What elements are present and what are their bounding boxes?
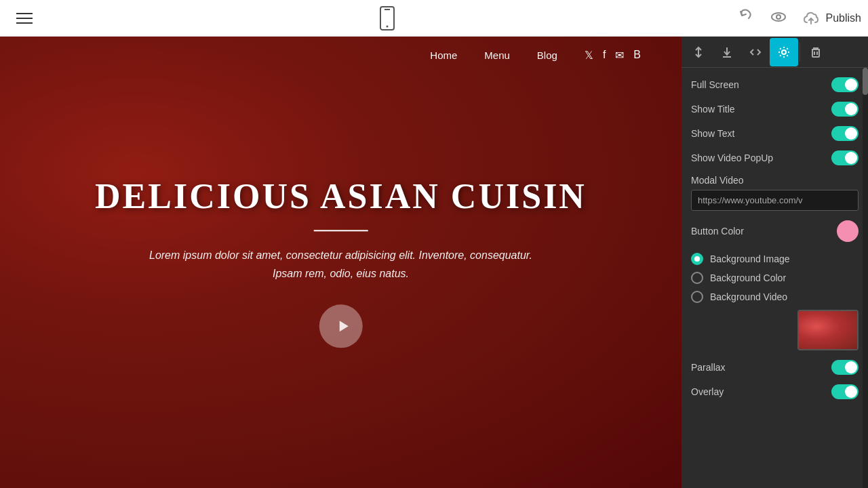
toolbar-separator: [800, 43, 800, 62]
overlay-toggle[interactable]: [831, 384, 859, 399]
bg-image-label: Background Image: [710, 253, 790, 264]
parallax-slider: [831, 360, 859, 375]
svg-marker-6: [340, 321, 349, 332]
svg-point-4: [776, 15, 781, 19]
mobile-preview-icon[interactable]: [378, 6, 397, 30]
bg-color-label: Background Color: [710, 272, 786, 283]
download-tool-button[interactable]: [713, 38, 741, 66]
undo-icon[interactable]: [736, 7, 755, 29]
svg-rect-11: [812, 49, 819, 57]
show-text-slider: [831, 126, 859, 141]
show-text-row: Show Text: [691, 126, 859, 141]
full-screen-label: Full Screen: [691, 79, 739, 90]
code-tool-button[interactable]: [741, 38, 770, 66]
bg-color-row: Background Color: [691, 272, 859, 284]
modal-video-input[interactable]: [691, 190, 859, 211]
show-title-label: Show Title: [691, 104, 735, 115]
bg-image-radio[interactable]: [691, 253, 703, 265]
hero-content: DELICIOUS ASIAN CUISIN Lorem ipsum dolor…: [34, 176, 648, 348]
bg-video-label: Background Video: [710, 291, 787, 302]
settings-tool-button[interactable]: [770, 38, 798, 66]
svg-point-3: [772, 13, 785, 21]
facebook-icon[interactable]: f: [603, 49, 606, 61]
topbar-left: [0, 7, 38, 29]
button-color-swatch[interactable]: [837, 220, 859, 242]
panel-scroll-area[interactable]: Full Screen Show Title Show Text Show: [682, 68, 868, 488]
hero-divider: [314, 230, 368, 231]
overlay-slider: [831, 384, 859, 399]
overlay-row: Overlay: [691, 384, 859, 399]
modal-video-label: Modal Video: [691, 175, 859, 186]
publish-button[interactable]: Publish: [802, 9, 861, 28]
button-color-row: Button Color: [691, 220, 859, 242]
bg-video-row: Background Video: [691, 291, 859, 303]
trash-tool-button[interactable]: [802, 38, 830, 66]
svg-point-10: [782, 50, 786, 54]
parallax-label: Parallax: [691, 362, 726, 373]
parallax-toggle[interactable]: [831, 360, 859, 375]
sort-tool-button[interactable]: [684, 38, 713, 66]
show-text-toggle[interactable]: [831, 126, 859, 141]
nav-menu[interactable]: Menu: [484, 49, 510, 61]
overlay-label: Overlay: [691, 386, 724, 397]
book-icon[interactable]: B: [633, 49, 641, 61]
canvas-nav-icons: 𝕏 f ✉ B: [585, 49, 641, 62]
show-video-popup-slider: [831, 150, 859, 165]
show-video-popup-toggle[interactable]: [831, 150, 859, 165]
show-title-row: Show Title: [691, 102, 859, 117]
bg-image-thumbnail[interactable]: [797, 310, 859, 350]
show-title-slider: [831, 102, 859, 117]
full-screen-slider: [831, 77, 859, 92]
canvas-nav: Home Menu Blog 𝕏 f ✉ B: [0, 37, 682, 73]
twitter-icon[interactable]: 𝕏: [585, 49, 593, 62]
play-video-button[interactable]: [319, 305, 363, 348]
hero-text: Lorem ipsum dolor sit amet, consectetur …: [144, 246, 538, 283]
hero-title: DELICIOUS ASIAN CUISIN: [34, 176, 648, 216]
full-screen-row: Full Screen: [691, 77, 859, 92]
right-panel: Full Screen Show Title Show Text Show: [682, 37, 868, 488]
topbar: Publish: [0, 0, 868, 37]
canvas-area: Home Menu Blog 𝕏 f ✉ B DELICIOUS ASIAN C…: [0, 37, 682, 488]
panel-scrollbar-thumb[interactable]: [863, 68, 868, 95]
cloud-upload-icon: [802, 9, 821, 28]
panel-scrollbar-track: [863, 68, 868, 488]
show-title-toggle[interactable]: [831, 102, 859, 117]
bg-color-radio[interactable]: [691, 272, 703, 284]
topbar-right: Publish: [736, 7, 868, 29]
show-video-popup-row: Show Video PopUp: [691, 150, 859, 165]
show-text-label: Show Text: [691, 128, 734, 139]
preview-eye-icon[interactable]: [769, 7, 788, 29]
parallax-row: Parallax: [691, 360, 859, 375]
button-color-label: Button Color: [691, 226, 744, 237]
nav-blog[interactable]: Blog: [537, 49, 557, 61]
nav-home[interactable]: Home: [430, 49, 457, 61]
bg-video-radio[interactable]: [691, 291, 703, 303]
show-video-popup-label: Show Video PopUp: [691, 152, 773, 163]
bg-image-row: Background Image: [691, 253, 859, 265]
full-screen-toggle[interactable]: [831, 77, 859, 92]
panel-toolbar: [682, 37, 868, 68]
svg-point-1: [386, 25, 388, 27]
topbar-center: [378, 6, 397, 30]
email-icon[interactable]: ✉: [615, 49, 624, 62]
hamburger-icon[interactable]: [11, 7, 38, 29]
publish-label: Publish: [826, 12, 861, 24]
modal-video-section: Modal Video: [691, 175, 859, 211]
bg-image-thumbnail-inner: [799, 311, 857, 349]
play-icon: [334, 318, 351, 336]
